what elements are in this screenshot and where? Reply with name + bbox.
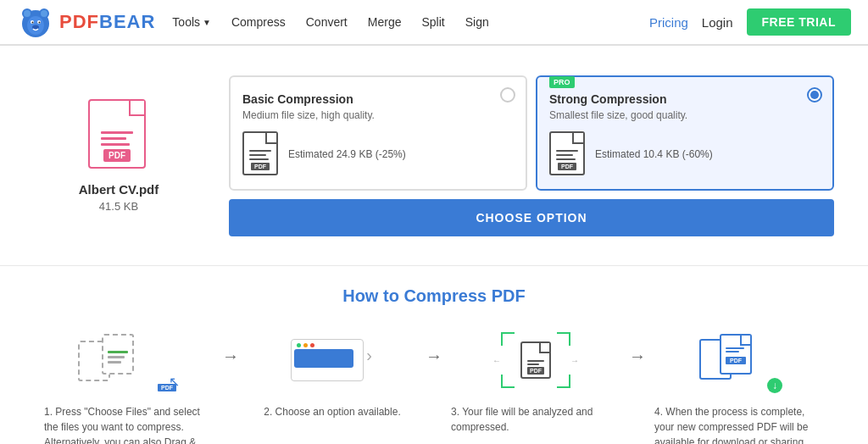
strong-compression-card[interactable]: PRO Strong Compression Smallest file siz… xyxy=(536,75,834,191)
s3-left-arrow: ← xyxy=(492,356,501,365)
nav-right: Pricing Login FREE TRIAL xyxy=(649,8,851,36)
nav-sign-label: Sign xyxy=(465,15,489,29)
nav-compress-label: Compress xyxy=(231,15,286,29)
sp-badge: PDF xyxy=(558,163,576,170)
how-to-section: How to Compress PDF PDF ↖ xyxy=(0,266,868,444)
svg-point-9 xyxy=(39,22,41,24)
s3-right-arrow: → xyxy=(570,356,579,365)
s4-line2 xyxy=(726,351,739,352)
nav-split[interactable]: Split xyxy=(421,15,444,29)
step-2-icon-area: › xyxy=(277,326,387,394)
file-name: Albert CV.pdf xyxy=(79,182,159,197)
step-4: PDF ↓ 4. When the process is complete, y… xyxy=(654,326,824,444)
file-panel: PDF Albert CV.pdf 41.5 KB xyxy=(34,99,203,213)
nav-sign[interactable]: Sign xyxy=(465,15,489,29)
step-4-icon-area: PDF ↓ xyxy=(684,326,794,394)
free-trial-button[interactable]: FREE TRIAL xyxy=(747,8,851,36)
strong-estimate: Estimated 10.4 KB (-60%) xyxy=(595,148,713,160)
corner-tr xyxy=(557,332,570,346)
strong-title: Strong Compression xyxy=(549,92,821,106)
svg-point-10 xyxy=(32,25,39,30)
s3-line1 xyxy=(527,360,544,362)
nav-tools[interactable]: Tools ▼ xyxy=(172,15,211,29)
step-1-icon-area: PDF ↖ xyxy=(74,326,184,394)
step2-bar xyxy=(294,349,353,368)
basic-title: Basic Compression xyxy=(242,92,514,106)
nav-compress[interactable]: Compress xyxy=(231,15,286,29)
file-size: 41.5 KB xyxy=(99,200,138,213)
strong-radio[interactable] xyxy=(807,87,822,103)
s1-green-line xyxy=(108,351,128,353)
s3-badge: PDF xyxy=(527,367,544,375)
svg-point-8 xyxy=(32,22,34,24)
radio-inner-dot xyxy=(810,91,819,99)
corner-bl xyxy=(501,375,515,388)
step-2: › 2. Choose an option available. xyxy=(248,326,417,419)
pro-badge: PRO xyxy=(549,76,575,88)
logo[interactable]: PDFBEAR xyxy=(17,3,155,41)
choose-option-button[interactable]: CHOOSE OPTION xyxy=(229,199,834,236)
arrow-2: → xyxy=(426,347,442,366)
step4-download-icon: ↓ xyxy=(767,378,782,393)
s1-gray-line1 xyxy=(108,356,125,358)
nav-merge-label: Merge xyxy=(368,15,402,29)
corner-br xyxy=(557,375,570,388)
nav-convert[interactable]: Convert xyxy=(306,15,348,29)
compression-options: Basic Compression Medium file size, high… xyxy=(229,75,834,191)
pdf-badge: PDF xyxy=(103,149,131,162)
strong-file-area: PDF Estimated 10.4 KB (-60%) xyxy=(549,131,821,177)
step2-arrow-icon: › xyxy=(366,346,372,365)
arrow-3: → xyxy=(629,347,646,366)
step-1-icon: PDF ↖ xyxy=(78,329,180,391)
nav-split-label: Split xyxy=(421,15,444,29)
sp-line-2 xyxy=(249,154,266,156)
step-3-text: 3. Your file will be analyzed and compre… xyxy=(451,404,620,435)
nav-merge[interactable]: Merge xyxy=(368,15,402,29)
s4-badge: PDF xyxy=(726,357,746,364)
sp-line-1 xyxy=(556,150,578,152)
tools-chevron-icon: ▼ xyxy=(203,18,211,27)
file-pdf-icon: PDF xyxy=(88,99,149,174)
arrow-1: → xyxy=(222,347,239,366)
pdf-line-2 xyxy=(101,137,126,140)
nav-links: Tools ▼ Compress Convert Merge Split Sig… xyxy=(172,15,649,29)
step-3-icon: PDF ← → xyxy=(489,329,582,391)
step1-cursor-icon: ↖ xyxy=(169,374,180,390)
main-content: PDF Albert CV.pdf 41.5 KB Basic Compress… xyxy=(0,46,868,266)
basic-file-area: PDF Estimated 24.9 KB (-25%) xyxy=(242,131,514,177)
sp-line-3 xyxy=(556,158,576,160)
logo-bear-icon xyxy=(17,3,54,41)
s1-gray-line2 xyxy=(108,361,121,364)
step1-doc2 xyxy=(102,334,134,375)
strong-pdf-icon: PDF xyxy=(549,131,587,177)
step-2-icon: › xyxy=(286,329,379,391)
logo-text: PDFBEAR xyxy=(59,11,155,33)
logo-pdf: PDF xyxy=(59,11,99,32)
dot3 xyxy=(310,343,314,347)
step2-dots xyxy=(297,343,314,347)
svg-point-4 xyxy=(41,10,47,17)
step4-doc2: PDF xyxy=(720,334,752,375)
step-4-text: 4. When the process is complete, your ne… xyxy=(654,404,824,444)
sp-line-2 xyxy=(556,154,573,156)
pricing-link[interactable]: Pricing xyxy=(649,15,688,30)
navbar: PDFBEAR Tools ▼ Compress Convert Merge S… xyxy=(0,0,868,46)
corner-tl xyxy=(501,332,515,346)
login-link[interactable]: Login xyxy=(702,15,733,30)
step-4-icon: PDF ↓ xyxy=(693,329,786,391)
step-3: PDF ← → 3. Your file will be analyzed an… xyxy=(451,326,620,435)
how-to-title: How to Compress PDF xyxy=(34,286,834,306)
step-3-icon-area: PDF ← → xyxy=(481,326,591,394)
basic-pdf-icon: PDF xyxy=(242,131,280,177)
sp-line-3 xyxy=(249,158,269,160)
basic-radio[interactable] xyxy=(500,87,515,103)
basic-compression-card[interactable]: Basic Compression Medium file size, high… xyxy=(229,75,527,191)
nav-tools-label: Tools xyxy=(172,15,200,29)
compression-panel: Basic Compression Medium file size, high… xyxy=(229,75,834,236)
basic-subtitle: Medium file size, high quality. xyxy=(242,109,514,121)
pdf-line-3 xyxy=(101,143,130,146)
s4-line1 xyxy=(726,347,744,349)
steps-row: PDF ↖ 1. Press "Choose Files" and select… xyxy=(34,326,834,444)
sp-badge: PDF xyxy=(251,163,270,170)
step-1-text: 1. Press "Choose Files" and select the f… xyxy=(44,404,214,444)
